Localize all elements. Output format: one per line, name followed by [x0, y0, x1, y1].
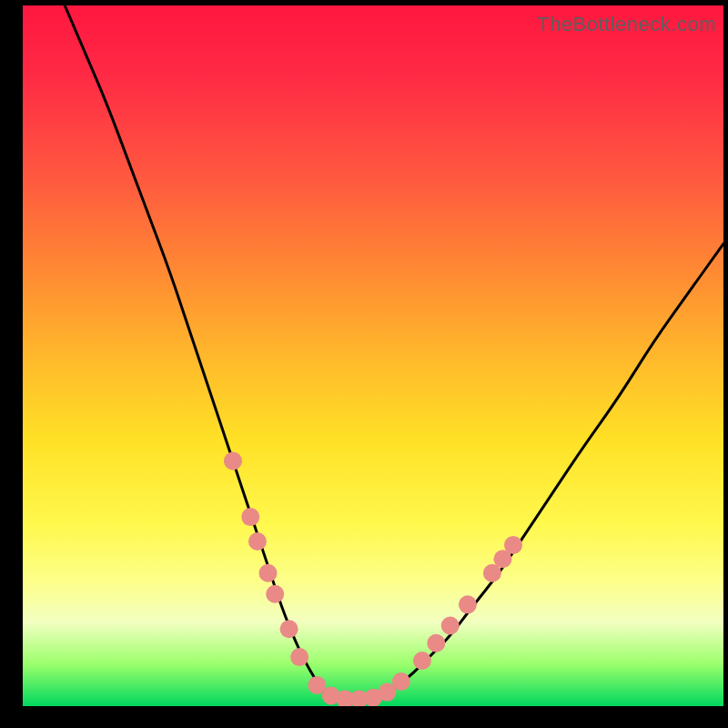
data-marker: [427, 634, 445, 652]
data-marker: [266, 585, 284, 603]
chart-plot-area: TheBottleneck.com: [23, 5, 723, 706]
data-marker: [459, 595, 477, 613]
data-marker: [290, 648, 308, 666]
chart-svg: [23, 5, 723, 706]
data-marker: [413, 652, 431, 670]
data-marker: [224, 452, 242, 470]
data-marker: [259, 564, 278, 582]
curve-layer: [65, 5, 723, 699]
marker-layer: [224, 452, 522, 707]
chart-frame: TheBottleneck.com: [0, 0, 728, 728]
series-right-curve: [387, 244, 723, 693]
data-marker: [441, 616, 460, 634]
series-left-curve: [65, 5, 324, 693]
data-marker: [248, 532, 267, 551]
data-marker: [504, 536, 522, 554]
data-marker: [280, 620, 298, 638]
data-marker: [392, 672, 410, 691]
data-marker: [241, 508, 259, 526]
